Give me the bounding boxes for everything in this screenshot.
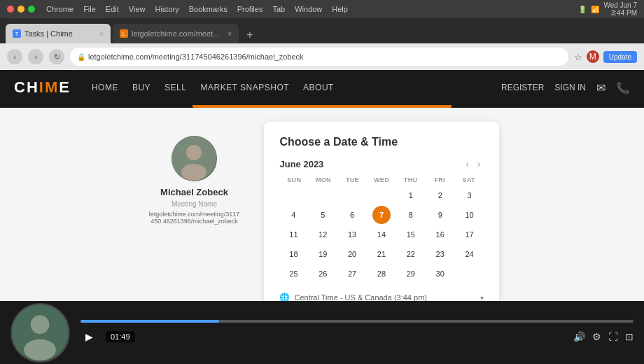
bookmarks-menu[interactable]: Bookmarks — [189, 5, 227, 13]
svg-point-2 — [181, 164, 206, 181]
video-thumbnail — [10, 303, 70, 363]
cal-day-3[interactable]: 3 — [461, 186, 479, 204]
cal-day-8[interactable]: 8 — [402, 206, 420, 224]
tab-tasks-chime[interactable]: T Tasks | Chime × — [6, 24, 111, 43]
cal-day-17[interactable]: 17 — [461, 225, 479, 244]
window-menu[interactable]: Window — [295, 5, 322, 13]
cal-day-2[interactable]: 2 — [431, 186, 449, 204]
chrome-menu[interactable]: Chrome — [46, 5, 74, 13]
cal-day-6[interactable]: 6 — [343, 206, 361, 224]
cal-day-14[interactable]: 14 — [372, 225, 391, 244]
cal-day-21[interactable]: 21 — [372, 245, 391, 263]
svg-point-1 — [186, 145, 202, 160]
meeting-label: Meeting Name — [172, 200, 217, 208]
cal-day-9[interactable]: 9 — [431, 206, 449, 224]
nav-market-snapshot[interactable]: MARKET SNAPSHOT — [200, 83, 289, 92]
profiles-menu[interactable]: Profiles — [237, 5, 263, 13]
video-right-controls: 🔊 ⚙ ⛶ ⊡ — [573, 331, 634, 342]
cal-day-19[interactable]: 19 — [314, 245, 332, 263]
cal-day-23[interactable]: 23 — [431, 245, 449, 263]
cal-day-16[interactable]: 16 — [431, 225, 449, 244]
cal-day-20[interactable]: 20 — [343, 245, 361, 263]
tab-menu[interactable]: Tab — [272, 5, 285, 13]
close-tab2-button[interactable]: × — [227, 30, 232, 38]
update-button[interactable]: Update — [603, 51, 637, 63]
weekday-fri: FRI — [425, 176, 454, 183]
sign-in-link[interactable]: SIGN IN — [554, 83, 586, 92]
cal-day-26[interactable]: 26 — [314, 265, 332, 283]
cal-day-30[interactable]: 30 — [431, 265, 449, 283]
reload-button[interactable]: ↻ — [49, 49, 64, 64]
help-menu[interactable]: Help — [332, 5, 348, 13]
pip-icon[interactable]: ⊡ — [625, 331, 634, 342]
cal-day-1[interactable]: 1 — [402, 186, 420, 204]
settings-icon[interactable]: ⚙ — [592, 331, 601, 342]
view-menu[interactable]: View — [129, 5, 146, 13]
profile-icon[interactable]: M — [587, 50, 599, 63]
video-controls: ▶ 01:49 🔊 ⚙ ⛶ ⊡ — [70, 314, 644, 351]
cal-day-10[interactable]: 10 — [461, 206, 479, 224]
chime-logo: CHIME — [14, 78, 71, 97]
video-progress-bar[interactable] — [80, 320, 634, 323]
forward-button[interactable]: › — [28, 49, 43, 64]
cal-day-5[interactable]: 5 — [314, 206, 332, 224]
bookmark-icon[interactable]: ☆ — [574, 52, 582, 62]
cal-day-15[interactable]: 15 — [402, 225, 420, 244]
cal-day-18[interactable]: 18 — [284, 245, 302, 263]
timezone-dropdown-icon[interactable]: ▾ — [480, 294, 484, 302]
prev-month-button[interactable]: ‹ — [463, 158, 472, 169]
close-window-button[interactable] — [7, 6, 14, 13]
cal-day-25[interactable]: 25 — [284, 265, 302, 283]
history-menu[interactable]: History — [155, 5, 178, 13]
fullscreen-icon[interactable]: ⛶ — [608, 331, 618, 342]
svg-point-4 — [31, 315, 50, 334]
calendar-grid: SUN MON TUE WED THU FRI SAT 1 2 3 — [279, 176, 483, 283]
register-link[interactable]: REGISTER — [501, 83, 544, 92]
nav-about[interactable]: ABOUT — [303, 83, 334, 92]
calendar-header: June 2023 ‹ › — [279, 158, 483, 169]
video-overlay: ▶ 01:49 🔊 ⚙ ⛶ ⊡ — [0, 301, 644, 364]
cal-day-4[interactable]: 4 — [284, 206, 302, 224]
nav-sell[interactable]: SELL — [164, 83, 186, 92]
nav-buy[interactable]: BUY — [132, 83, 150, 92]
page-content: CHIME HOME BUY SELL MARKET SNAPSHOT ABOU… — [0, 70, 644, 364]
cal-day-22[interactable]: 22 — [402, 245, 420, 263]
cal-day-12[interactable]: 12 — [314, 225, 332, 244]
cal-day-13[interactable]: 13 — [343, 225, 361, 244]
battery-icon: 🔋 — [578, 6, 587, 13]
address-field[interactable]: 🔒 letgoletchime.com/meeting/311745046261… — [70, 48, 568, 66]
play-button[interactable]: ▶ — [80, 328, 97, 345]
maximize-window-button[interactable] — [28, 6, 35, 13]
new-tab-button[interactable]: + — [241, 27, 258, 43]
cal-day-27[interactable]: 27 — [343, 265, 361, 283]
address-bar-row: ‹ › ↻ 🔒 letgoletchime.com/meeting/311745… — [0, 43, 644, 70]
cal-day-29[interactable]: 29 — [402, 265, 420, 283]
minimize-window-button[interactable] — [18, 6, 24, 13]
cal-day-28[interactable]: 28 — [372, 265, 391, 283]
browser-topbar: Chrome File Edit View History Bookmarks … — [0, 0, 644, 18]
browser-toolbar-icons: ☆ M Update — [574, 50, 637, 63]
file-menu[interactable]: File — [83, 5, 96, 13]
browser-menu: Chrome File Edit View History Bookmarks … — [46, 5, 348, 13]
close-tab-button[interactable]: × — [99, 30, 104, 38]
edit-menu[interactable]: Edit — [106, 5, 119, 13]
weekday-tue: TUE — [338, 176, 368, 183]
cal-day-7-today[interactable]: 7 — [372, 206, 391, 224]
cal-empty — [284, 186, 302, 204]
nav-home[interactable]: HOME — [92, 83, 118, 92]
cal-day-24[interactable]: 24 — [461, 245, 479, 263]
volume-icon[interactable]: 🔊 — [573, 331, 585, 342]
back-button[interactable]: ‹ — [7, 49, 22, 64]
phone-icon[interactable]: 📞 — [616, 81, 630, 94]
tab-letgoletchime[interactable]: L letgoletchime.com/meet... × — [113, 24, 239, 43]
video-progress-fill — [80, 320, 219, 323]
calendar-title: Choose a Date & Time — [279, 136, 483, 148]
meeting-url: letgoletchime.com/meeting/3117450 462613… — [148, 211, 239, 225]
cal-day-11[interactable]: 11 — [284, 225, 302, 244]
message-icon[interactable]: ✉ — [596, 81, 606, 94]
calendar-weekdays: SUN MON TUE WED THU FRI SAT — [279, 176, 483, 183]
nav-links: HOME BUY SELL MARKET SNAPSHOT ABOUT — [92, 83, 501, 92]
nav-right: REGISTER SIGN IN ✉ 📞 — [501, 81, 630, 94]
next-month-button[interactable]: › — [475, 158, 484, 169]
weekday-sun: SUN — [279, 176, 309, 183]
